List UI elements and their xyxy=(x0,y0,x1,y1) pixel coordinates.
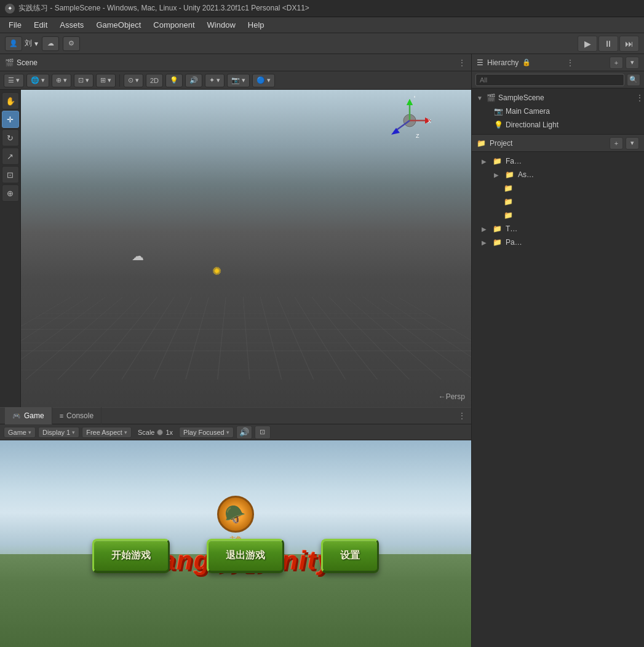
t-expand-arrow: ▶ xyxy=(482,226,489,232)
hierarchy-search-input[interactable] xyxy=(475,74,624,86)
settings-btn[interactable]: ⚙ xyxy=(63,36,80,51)
project-fa-item[interactable]: ▶ 📁 Fa… xyxy=(472,154,644,168)
quit-game-button[interactable]: 退出游戏 xyxy=(207,539,284,573)
menu-gameobject[interactable]: GameObject xyxy=(90,19,147,31)
project-content: ▶ 📁 Fa… ▶ 📁 As… 📁 📁 📁 xyxy=(472,152,644,647)
game-tab-label: Game xyxy=(24,411,44,420)
snap-btn[interactable]: ⊡ ▾ xyxy=(74,74,93,87)
project-pa-item[interactable]: ▶ 📁 Pa… xyxy=(472,236,644,249)
gizmos-icon: ☰ xyxy=(8,76,14,84)
user-dropdown-arrow[interactable]: ▾ xyxy=(34,39,38,48)
rect-tool[interactable]: ⊡ xyxy=(2,166,19,183)
camera-arrow: ▾ xyxy=(242,76,245,84)
step-button[interactable]: ⏭ xyxy=(619,36,639,52)
gizmos-btn[interactable]: ☰ ▾ xyxy=(4,74,24,87)
game-dropdown[interactable]: Game ▾ xyxy=(4,427,36,438)
svg-marker-10 xyxy=(407,99,413,105)
scene-grid xyxy=(0,297,471,379)
rotate-tool[interactable]: ↻ xyxy=(2,129,19,146)
mute-icon: 🔊 xyxy=(239,427,249,437)
scale-tool[interactable]: ↗ xyxy=(2,148,19,165)
hierarchy-lock-icon[interactable]: 🔒 xyxy=(522,58,531,66)
main-camera-item[interactable]: 📷 Main Camera xyxy=(472,105,644,118)
2d-btn[interactable]: 2D xyxy=(146,74,163,87)
left-tool-strip: ✋ ✛ ↻ ↗ ⊡ ⊕ xyxy=(0,90,21,407)
render-mode-btn[interactable]: 🔵 ▾ xyxy=(252,74,275,87)
project-item-4[interactable]: 📁 xyxy=(472,195,644,208)
sun-object: ✺ xyxy=(212,264,221,278)
hierarchy-add-button[interactable]: + xyxy=(610,57,623,69)
move-tool[interactable]: ✛ xyxy=(2,111,19,128)
project-as-item[interactable]: ▶ 📁 As… xyxy=(472,168,644,181)
scene-item-more[interactable]: ⋮ xyxy=(635,93,644,103)
scene-viewport[interactable]: ✋ ✛ ↻ ↗ ⊡ ⊕ xyxy=(0,90,471,407)
menu-help[interactable]: Help xyxy=(242,19,271,31)
scene-more-button[interactable]: ⋮ xyxy=(458,58,466,68)
hierarchy-more-button[interactable]: ⋮ xyxy=(566,58,574,68)
aspect-dropdown[interactable]: Free Aspect ▾ xyxy=(82,427,132,438)
menu-assets[interactable]: Assets xyxy=(54,19,90,31)
user-profile[interactable]: 👤 刘 ▾ xyxy=(5,36,38,51)
maximize-button[interactable]: ⊡ xyxy=(255,426,271,439)
project-title: Project xyxy=(490,139,512,148)
menu-component[interactable]: Component xyxy=(147,19,201,31)
hierarchy-panel: ☰ Hierarchy 🔒 ⋮ + ▾ 🔍 ▼ 🎬 SampleScene ⋮ xyxy=(472,54,644,134)
fx-btn[interactable]: ✦ ▾ xyxy=(205,74,225,87)
item4-folder-icon: 📁 xyxy=(504,197,513,206)
user-avatar[interactable]: 👤 xyxy=(5,36,22,51)
aspect-label: Free Aspect xyxy=(86,429,122,436)
play-button[interactable]: ▶ xyxy=(578,36,597,52)
play-focused-dropdown[interactable]: Play Focused ▾ xyxy=(179,427,234,438)
game-viewport[interactable]: 🪖 主角 Mang易创unity 开始游戏 退出游戏 设置 xyxy=(0,440,471,647)
project-add-button[interactable]: + xyxy=(610,137,623,149)
project-menu-button[interactable]: ▾ xyxy=(626,137,639,149)
hand-tool[interactable]: ✋ xyxy=(2,92,19,109)
audio-btn[interactable]: 🔊 xyxy=(185,74,202,87)
directional-light-label: Directional Light xyxy=(506,121,559,129)
gizmos-arrow: ▾ xyxy=(16,76,20,84)
display-dropdown[interactable]: Display 1 ▾ xyxy=(38,427,79,438)
pause-button[interactable]: ⏸ xyxy=(598,36,618,52)
scene-icon: 🎬 xyxy=(5,58,14,67)
start-game-button[interactable]: 开始游戏 xyxy=(92,539,170,573)
project-t-item[interactable]: ▶ 📁 T… xyxy=(472,222,644,236)
scale-handle[interactable] xyxy=(157,429,163,435)
cloud-btn[interactable]: ☁ xyxy=(42,36,59,51)
menu-edit[interactable]: Edit xyxy=(28,19,54,31)
scene-gizmo[interactable]: Z X Y xyxy=(385,96,434,145)
hand-icon: ✋ xyxy=(6,97,15,106)
mute-button[interactable]: 🔊 xyxy=(236,426,252,439)
console-tab[interactable]: ≡ Console xyxy=(52,407,101,424)
grid-btn[interactable]: ⊞ ▾ xyxy=(96,74,116,87)
camera-btn[interactable]: 📷 ▾ xyxy=(227,74,250,87)
menu-file[interactable]: File xyxy=(2,19,28,31)
light-tree-icon: 💡 xyxy=(494,121,503,129)
scene-root-item[interactable]: ▼ 🎬 SampleScene ⋮ xyxy=(472,91,644,105)
project-item-5[interactable]: 📁 xyxy=(472,208,644,222)
menu-window[interactable]: Window xyxy=(201,19,242,31)
move-icon: ✛ xyxy=(7,115,14,124)
transform-tool[interactable]: ⊕ xyxy=(2,185,19,202)
global-btn[interactable]: 🌐 ▾ xyxy=(26,74,49,87)
game-label: Game xyxy=(8,429,26,436)
char-face: 🪖 xyxy=(225,504,246,525)
scale-control: Scale 1x xyxy=(134,429,177,436)
play-icon: ▶ xyxy=(584,39,591,49)
directional-light-item[interactable]: 💡 Directional Light xyxy=(472,118,644,132)
fa-folder-icon: 📁 xyxy=(493,157,502,165)
lighting-btn[interactable]: 💡 xyxy=(165,74,183,87)
step-icon: ⏭ xyxy=(625,39,634,49)
pivot-btn[interactable]: ⊙ ▾ xyxy=(124,74,143,87)
character-icon: 🪖 xyxy=(217,496,254,533)
project-item-3[interactable]: 📁 xyxy=(472,181,644,195)
settings-game-button[interactable]: 设置 xyxy=(321,539,379,573)
globe-icon: 🌐 xyxy=(31,76,39,84)
pivot-icon: ⊙ xyxy=(128,76,133,84)
hierarchy-menu-button[interactable]: ▾ xyxy=(626,57,639,69)
hierarchy-search-button[interactable]: 🔍 xyxy=(627,74,640,86)
game-tab[interactable]: 🎮 Game xyxy=(5,407,52,424)
game-more-button[interactable]: ⋮ xyxy=(458,411,466,421)
transform-btn[interactable]: ⊕ ▾ xyxy=(52,74,71,87)
transform-icon2: ⊕ xyxy=(7,189,14,198)
camera-icon: 📷 xyxy=(231,76,240,84)
